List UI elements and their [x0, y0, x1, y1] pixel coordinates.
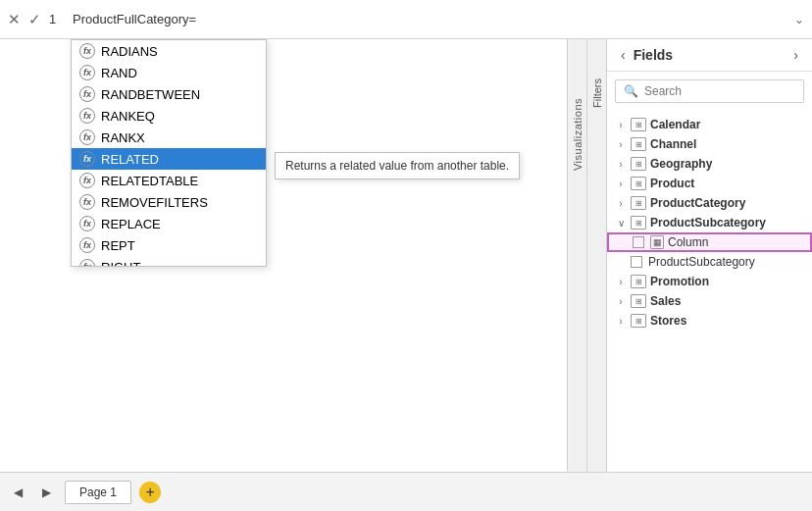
- tree-table-item[interactable]: › ⊞ Product: [607, 174, 812, 193]
- tree-table-label: Promotion: [650, 275, 709, 288]
- function-label: RANDBETWEEN: [101, 87, 200, 102]
- filter-label: Filters: [591, 78, 603, 108]
- column-icon: ▦: [650, 235, 664, 249]
- dropdown-item[interactable]: fxREPLACE: [72, 213, 266, 234]
- tree-column-label: ProductSubcategory: [648, 255, 755, 269]
- fields-header: ‹ Fields ›: [607, 39, 812, 72]
- tree-table-item[interactable]: › ⊞ Geography: [607, 154, 812, 174]
- table-icon: ⊞: [631, 118, 646, 131]
- tree-table-label: Geography: [650, 157, 712, 171]
- visualizations-strip: Visualizations: [567, 39, 586, 472]
- function-icon: fx: [79, 237, 95, 253]
- table-icon: ⊞: [631, 137, 646, 151]
- dropdown-item[interactable]: fxRIGHT: [72, 256, 266, 266]
- fields-nav-back[interactable]: ‹: [617, 47, 630, 63]
- dropdown-item[interactable]: fxRANDBETWEEN: [72, 83, 266, 105]
- dropdown-item[interactable]: fxRANKX: [72, 127, 266, 148]
- tree-column-highlighted-item[interactable]: ▦ Column: [607, 232, 812, 252]
- fields-tree: › ⊞ Calendar › ⊞ Channel › ⊞ Geography ›…: [607, 111, 812, 472]
- function-icon: fx: [79, 259, 95, 266]
- main-content: fxRADIANSfxRANDfxRANDBETWEENfxRANKEQfxRA…: [0, 39, 812, 472]
- tree-table-label: ProductCategory: [650, 196, 745, 210]
- formula-input[interactable]: [73, 12, 787, 26]
- tree-table-item[interactable]: › ⊞ Sales: [607, 291, 812, 311]
- fields-panel: ‹ Fields › 🔍 › ⊞ Calendar › ⊞ Channel › …: [606, 39, 812, 472]
- formula-chevron-icon[interactable]: ⌄: [794, 13, 804, 26]
- tree-table-label: Product: [650, 177, 694, 190]
- dropdown-item[interactable]: fxRAND: [72, 62, 266, 83]
- tree-table-item[interactable]: ∨ ⊞ ProductSubcategory: [607, 213, 812, 232]
- tree-table-item[interactable]: › ⊞ Stores: [607, 311, 812, 331]
- tree-table-item[interactable]: › ⊞ ProductCategory: [607, 193, 812, 213]
- page-tab[interactable]: Page 1: [65, 481, 131, 504]
- function-label: RANKEQ: [101, 109, 155, 124]
- function-icon: fx: [79, 86, 95, 102]
- tree-chevron-icon: ›: [615, 316, 627, 327]
- tree-table-item[interactable]: › ⊞ Channel: [607, 134, 812, 154]
- table-icon: ⊞: [631, 177, 646, 190]
- dropdown-item[interactable]: fxRELATEDTABLE: [72, 170, 266, 191]
- left-area: fxRADIANSfxRANDfxRANDBETWEENfxRANKEQfxRA…: [0, 39, 567, 472]
- dropdown-item[interactable]: fxRADIANS: [72, 40, 266, 62]
- fields-title: Fields: [634, 47, 787, 63]
- fields-nav-forward[interactable]: ›: [789, 47, 802, 63]
- function-label: RELATEDTABLE: [101, 174, 198, 188]
- table-icon: ⊞: [631, 275, 646, 288]
- tree-checkbox[interactable]: [631, 256, 642, 268]
- tree-table-item[interactable]: › ⊞ Promotion: [607, 272, 812, 291]
- function-label: RELATED: [101, 152, 159, 167]
- dropdown-item[interactable]: fxRANKEQ: [72, 105, 266, 127]
- tree-table-item[interactable]: › ⊞ Calendar: [607, 115, 812, 134]
- close-icon[interactable]: ✕: [8, 11, 21, 28]
- function-dropdown: fxRADIANSfxRANDfxRANDBETWEENfxRANKEQfxRA…: [71, 39, 267, 267]
- function-label: RAND: [101, 66, 137, 80]
- page-bar: ◀ ▶ Page 1 +: [0, 472, 812, 511]
- tree-column-item[interactable]: ProductSubcategory: [607, 252, 812, 272]
- tree-chevron-icon: ›: [615, 159, 627, 170]
- tree-table-label: Channel: [650, 137, 696, 151]
- formula-bar: ✕ ✓ 1 ⌄: [0, 0, 812, 39]
- tree-chevron-icon: ›: [615, 139, 627, 150]
- function-icon: fx: [79, 173, 95, 188]
- tree-chevron-icon: ›: [615, 296, 627, 307]
- dropdown-list: fxRADIANSfxRANDfxRANDBETWEENfxRANKEQfxRA…: [72, 40, 266, 266]
- table-icon: ⊞: [631, 294, 646, 308]
- search-icon: 🔍: [624, 84, 638, 98]
- visualizations-label: Visualizations: [572, 98, 584, 171]
- function-icon: fx: [79, 43, 95, 59]
- tree-chevron-icon: ∨: [615, 218, 627, 229]
- add-page-button[interactable]: +: [139, 482, 161, 503]
- function-icon: fx: [79, 151, 95, 167]
- table-icon: ⊞: [631, 196, 646, 210]
- function-label: REPLACE: [101, 217, 161, 231]
- tree-table-label: Sales: [650, 294, 681, 308]
- function-icon: fx: [79, 216, 95, 231]
- page-prev-button[interactable]: ◀: [8, 484, 28, 501]
- tree-column-label: Column: [668, 235, 708, 249]
- tree-table-label: Calendar: [650, 118, 700, 131]
- search-input[interactable]: [644, 84, 795, 98]
- page-next-button[interactable]: ▶: [36, 484, 57, 501]
- table-icon: ⊞: [631, 216, 646, 230]
- dropdown-item[interactable]: fxRELATED: [72, 148, 266, 170]
- function-icon: fx: [79, 194, 95, 210]
- tree-checkbox[interactable]: [633, 236, 644, 248]
- check-icon[interactable]: ✓: [28, 11, 41, 28]
- function-icon: fx: [79, 129, 95, 145]
- fields-search-box: 🔍: [615, 79, 804, 103]
- function-icon: fx: [79, 65, 95, 80]
- tree-table-label: ProductSubcategory: [650, 216, 766, 230]
- filter-strip: Filters: [586, 39, 606, 472]
- function-label: REPT: [101, 238, 135, 253]
- dropdown-item[interactable]: fxREMOVEFILTERS: [72, 191, 266, 213]
- tree-chevron-icon: ›: [615, 120, 627, 130]
- table-icon: ⊞: [631, 157, 646, 171]
- dropdown-item[interactable]: fxREPT: [72, 234, 266, 256]
- tree-table-label: Stores: [650, 314, 686, 328]
- function-label: RADIANS: [101, 44, 158, 59]
- tree-chevron-icon: ›: [615, 179, 627, 189]
- tree-chevron-icon: ›: [615, 277, 627, 287]
- function-label: RANKX: [101, 130, 145, 145]
- function-tooltip: Returns a related value from another tab…: [275, 152, 520, 179]
- line-number: 1: [49, 12, 65, 26]
